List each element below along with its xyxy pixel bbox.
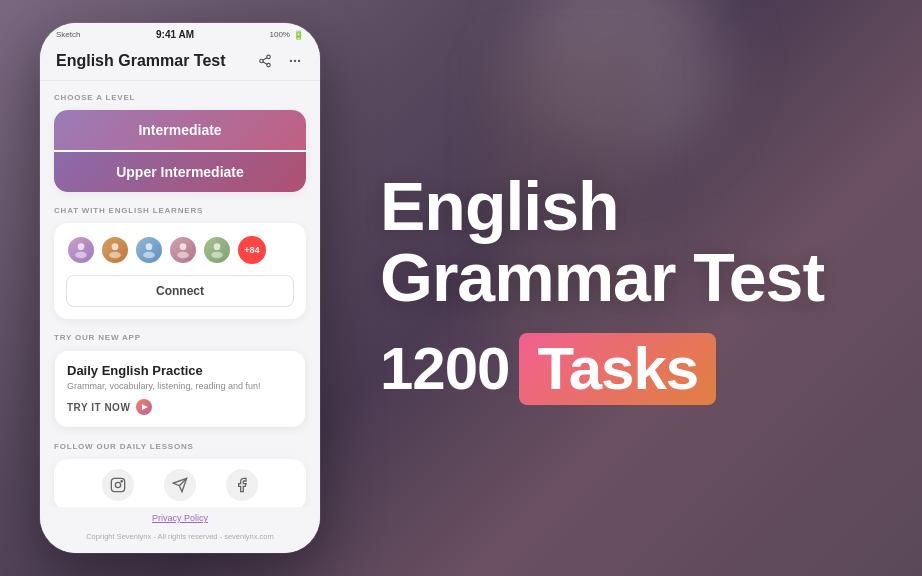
main-container: Sketch 9:41 AM 100% 🔋 English Grammar Te… xyxy=(0,0,922,576)
svg-rect-18 xyxy=(111,478,124,491)
copyright-text: Copright Sevenlynx - All rights reserved… xyxy=(86,532,274,541)
header-icons xyxy=(256,52,304,70)
share-icon[interactable] xyxy=(256,52,274,70)
avatar-4 xyxy=(168,235,198,265)
play-icon xyxy=(136,399,152,415)
tasks-label: Tasks xyxy=(537,339,698,399)
app-title: English Grammar Test xyxy=(56,52,226,70)
svg-point-19 xyxy=(115,482,120,487)
battery-icon: 🔋 xyxy=(293,30,304,40)
connect-button[interactable]: Connect xyxy=(66,275,294,307)
more-icon[interactable] xyxy=(286,52,304,70)
tasks-count: 1200 xyxy=(380,339,509,399)
try-btn-label: TRY IT NOW xyxy=(67,402,130,413)
facebook-icon[interactable] xyxy=(226,469,258,501)
app-header: English Grammar Test xyxy=(40,44,320,81)
privacy-policy-link[interactable]: Privacy Policy xyxy=(50,513,310,523)
svg-point-7 xyxy=(298,60,300,62)
svg-point-12 xyxy=(146,243,153,250)
battery-display: 100% 🔋 xyxy=(270,30,304,40)
svg-point-15 xyxy=(177,252,189,259)
hero-title: English Grammar Test xyxy=(380,171,824,314)
hero-title-line2: Grammar Test xyxy=(380,239,824,315)
social-icons-row xyxy=(54,459,306,507)
svg-line-4 xyxy=(263,58,267,60)
tasks-badge: Tasks xyxy=(519,333,716,405)
avatar-3 xyxy=(134,235,164,265)
status-bar: Sketch 9:41 AM 100% 🔋 xyxy=(40,23,320,44)
svg-point-20 xyxy=(121,481,122,482)
new-app-label: TRY OUR NEW APP xyxy=(54,333,306,342)
svg-line-3 xyxy=(263,62,267,64)
avatar-2 xyxy=(100,235,130,265)
try-it-now-button[interactable]: TRY IT NOW xyxy=(67,399,152,415)
avatars-row: +84 xyxy=(66,235,294,265)
app-footer: Privacy Policy Copright Sevenlynx - All … xyxy=(40,507,320,553)
svg-point-17 xyxy=(211,252,223,259)
instagram-icon[interactable] xyxy=(102,469,134,501)
svg-point-6 xyxy=(294,60,296,62)
avatar-5 xyxy=(202,235,232,265)
telegram-icon[interactable] xyxy=(164,469,196,501)
hero-content: English Grammar Test 1200 Tasks xyxy=(360,171,882,406)
new-app-description: Grammar, vocabulary, listening, reading … xyxy=(67,381,293,391)
intermediate-button[interactable]: Intermediate xyxy=(54,110,306,150)
avatar-count: +84 xyxy=(238,236,266,264)
app-content: CHOOSE A LEVEL Intermediate Upper Interm… xyxy=(40,81,320,507)
social-label: FOLLOW OUR DAILY LESSONS xyxy=(54,442,306,451)
time-display: 9:41 AM xyxy=(156,29,194,40)
svg-point-16 xyxy=(214,243,221,250)
hero-title-line1: English xyxy=(380,168,619,244)
svg-point-9 xyxy=(75,252,87,259)
new-app-title: Daily English Practice xyxy=(67,363,293,378)
tasks-row: 1200 Tasks xyxy=(380,333,716,405)
svg-point-14 xyxy=(180,243,187,250)
carrier-text: Sketch xyxy=(56,30,80,39)
upper-intermediate-button[interactable]: Upper Intermediate xyxy=(54,152,306,192)
level-card: Intermediate Upper Intermediate xyxy=(54,110,306,192)
chat-card: +84 Connect xyxy=(54,223,306,319)
svg-point-10 xyxy=(112,243,119,250)
svg-point-11 xyxy=(109,252,121,259)
svg-point-5 xyxy=(290,60,292,62)
avatar-1 xyxy=(66,235,96,265)
chat-label: CHAT WITH ENGLISH LEARNERS xyxy=(54,206,306,215)
new-app-card: Daily English Practice Grammar, vocabula… xyxy=(54,350,306,428)
svg-point-13 xyxy=(143,252,155,259)
choose-level-label: CHOOSE A LEVEL xyxy=(54,93,306,102)
phone-mockup: Sketch 9:41 AM 100% 🔋 English Grammar Te… xyxy=(40,23,320,553)
social-section: FOLLOW OUR DAILY LESSONS xyxy=(54,442,306,507)
svg-point-8 xyxy=(78,243,85,250)
